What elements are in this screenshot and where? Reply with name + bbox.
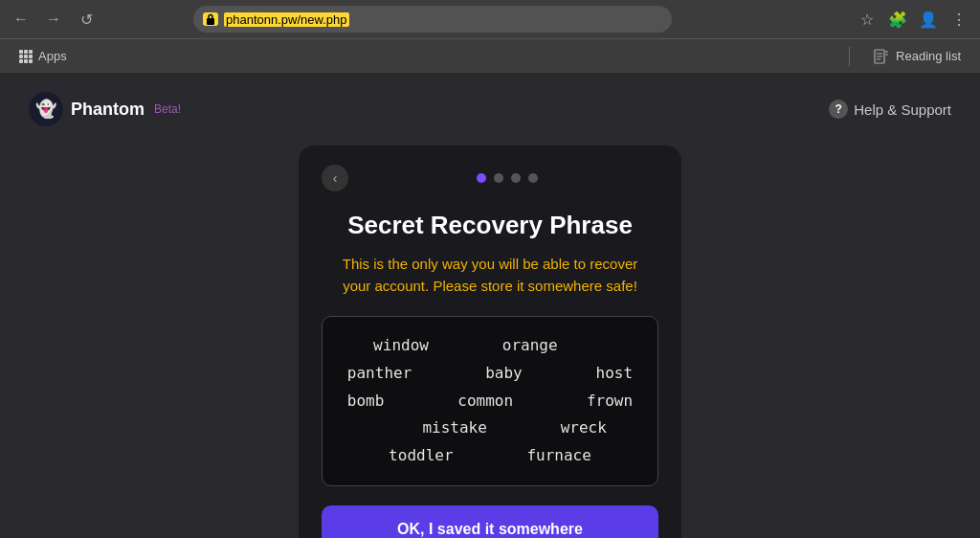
reading-list-button[interactable]: Reading list: [865, 44, 969, 69]
ok-saved-button[interactable]: OK, I saved it somewhere: [322, 505, 658, 538]
dot-1: [477, 173, 486, 183]
help-circle-icon: ?: [829, 100, 848, 119]
profile-icon: 👤: [919, 11, 938, 29]
bookmarks-bar: Apps Reading list: [0, 38, 980, 73]
profile-button[interactable]: 👤: [915, 6, 942, 33]
prev-icon: ‹: [333, 170, 338, 186]
forward-button[interactable]: →: [40, 6, 67, 33]
card-title: Secret Recovery Phrase: [347, 211, 633, 240]
star-icon: ☆: [860, 11, 874, 29]
apps-grid-icon: [19, 50, 33, 63]
star-button[interactable]: ☆: [854, 6, 880, 33]
svg-rect-0: [207, 18, 214, 25]
ghost-icon: 👻: [35, 99, 56, 120]
warning-text: This is the only way you will be able to…: [343, 254, 637, 297]
help-support-label: Help & Support: [854, 101, 951, 118]
menu-button[interactable]: ⋮: [946, 6, 972, 33]
reload-button[interactable]: ↺: [73, 6, 100, 33]
apps-label: Apps: [38, 49, 67, 63]
reload-icon: ↺: [80, 11, 93, 29]
apps-button[interactable]: Apps: [11, 45, 75, 67]
phrase-box: window orange panther baby host bomb com…: [322, 316, 658, 486]
extensions-icon: 🧩: [888, 11, 907, 29]
dot-3: [511, 173, 521, 183]
page-content: 👻 Phantom Beta! ? Help & Support ‹: [0, 73, 980, 538]
dot-2: [494, 173, 503, 183]
logo-area: 👻 Phantom Beta!: [29, 92, 181, 126]
header-row: 👻 Phantom Beta! ? Help & Support: [0, 73, 980, 146]
card: ‹ Secret Recovery Phrase This is the onl…: [299, 146, 681, 538]
pagination: ‹: [322, 165, 658, 191]
back-icon: ←: [13, 11, 29, 28]
lock-icon: [203, 12, 218, 26]
logo-beta: Beta!: [154, 102, 181, 116]
prev-button[interactable]: ‹: [322, 165, 348, 191]
phrase-text: window orange panther baby host bomb com…: [342, 332, 638, 470]
dot-4: [528, 173, 538, 183]
reading-list-separator: [849, 47, 850, 66]
card-wrapper: ‹ Secret Recovery Phrase This is the onl…: [299, 146, 681, 538]
address-text: phantonn.pw/new.php: [224, 12, 662, 27]
browser-actions: ☆ 🧩 👤 ⋮: [854, 6, 972, 33]
url-highlight: phantonn.pw/new.php: [224, 12, 349, 27]
extensions-button[interactable]: 🧩: [884, 6, 911, 33]
pagination-dots: [477, 173, 538, 183]
reading-list-label: Reading list: [896, 49, 961, 63]
forward-icon: →: [46, 11, 61, 28]
back-button[interactable]: ←: [8, 6, 34, 33]
help-support-button[interactable]: ? Help & Support: [829, 100, 951, 119]
menu-icon: ⋮: [951, 11, 967, 29]
reading-list-icon: [873, 48, 890, 65]
logo-icon: 👻: [29, 92, 63, 126]
logo-name: Phantom: [71, 100, 145, 120]
address-bar[interactable]: phantonn.pw/new.php: [193, 6, 672, 33]
